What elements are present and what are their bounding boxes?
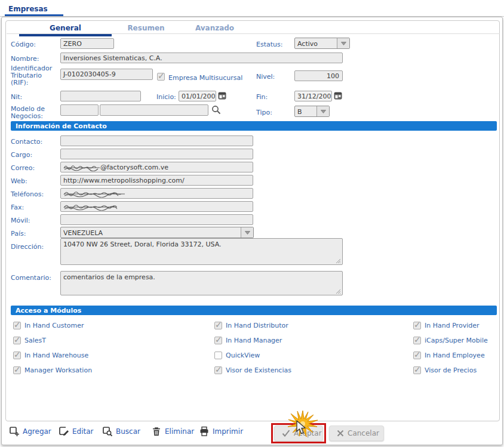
tipo-label: Tipo: (256, 109, 272, 116)
rif-label-line3: (RIF): (11, 79, 29, 87)
codigo-field[interactable]: ZERO (60, 38, 114, 49)
chevron-down-icon[interactable] (316, 106, 329, 116)
agregar-label: Agregar (23, 427, 51, 436)
cancelar-button[interactable]: Cancelar (329, 426, 384, 441)
module-checkbox[interactable] (13, 337, 21, 344)
empresas-window: Empresas General Resumen Avanzado Código… (0, 0, 504, 447)
search-icon[interactable] (211, 105, 221, 115)
direccion-label: Dirección: (11, 243, 44, 251)
module-label: SalesT (24, 337, 46, 344)
comentario-text: comentarios de la empresa. (63, 273, 155, 281)
redacted-phone (63, 190, 126, 198)
estatus-value: Activo (295, 38, 337, 48)
module-item: In Hand Employee (413, 349, 497, 364)
trash-icon (151, 426, 162, 437)
calendar-icon[interactable] (218, 91, 226, 100)
nivel-field[interactable]: 100 (294, 70, 343, 81)
module-checkbox[interactable] (413, 337, 421, 344)
module-checkbox[interactable] (214, 352, 222, 359)
editar-button[interactable]: Editar (59, 426, 94, 437)
module-checkbox[interactable] (413, 366, 421, 374)
imprimir-label: Imprimir (213, 427, 243, 436)
resize-grip-icon[interactable] (336, 258, 341, 263)
module-checkbox[interactable] (214, 337, 222, 344)
cargo-field[interactable] (60, 149, 253, 159)
telefonos-label: Teléfonos: (11, 190, 44, 198)
tipo-value: B (295, 106, 316, 116)
movil-label: Móvil: (11, 217, 30, 224)
comentario-textarea[interactable]: comentarios de la empresa. (60, 271, 343, 295)
cargo-label: Cargo: (11, 151, 32, 159)
module-item: Manager Worksation (13, 364, 214, 379)
module-label: Visor de Precios (425, 366, 477, 374)
module-item: In Hand Manager (214, 334, 413, 349)
modelo-code-field[interactable] (60, 104, 99, 116)
module-label: iCaps/Super Mobile (425, 337, 488, 344)
agregar-button[interactable]: Agregar (9, 426, 51, 437)
fin-label: Fin: (256, 93, 268, 101)
direccion-textarea[interactable]: 10470 NW 26 Street, Doral, Florida 33172… (60, 238, 343, 265)
inicio-date-field[interactable]: 01/01/200 (179, 91, 216, 101)
chevron-down-icon[interactable] (337, 38, 349, 48)
module-item: In Hand Warehouse (13, 349, 214, 364)
buscar-label: Buscar (116, 427, 140, 436)
edit-icon (59, 426, 69, 437)
find-icon (102, 426, 113, 437)
module-checkbox[interactable] (413, 352, 421, 359)
add-record-icon (9, 426, 20, 437)
codigo-label: Código: (11, 41, 36, 48)
module-label: In Hand Warehouse (24, 352, 88, 359)
module-checkbox[interactable] (214, 322, 222, 329)
printer-icon (199, 426, 210, 437)
buscar-button[interactable]: Buscar (102, 426, 140, 437)
resize-grip-icon[interactable] (336, 288, 341, 294)
module-checkbox[interactable] (13, 322, 21, 329)
module-item: In Hand Distributor (214, 319, 413, 334)
module-checkbox[interactable] (13, 352, 21, 359)
module-checkbox[interactable] (214, 366, 222, 374)
contacto-field[interactable] (60, 135, 253, 146)
multisucursal-checkbox[interactable] (157, 73, 165, 81)
module-checkbox[interactable] (413, 322, 421, 329)
general-tab-panel: General Resumen Avanzado Código: ZERO Es… (5, 20, 500, 421)
tipo-dropdown[interactable]: B (294, 106, 330, 117)
multisucursal-label: Empresa Multisucursal (168, 74, 242, 82)
contacto-label: Contacto: (11, 138, 42, 146)
pais-value: VENEZUELA (61, 227, 241, 238)
nombre-field[interactable]: Inversiones Sistematicas, C.A. (60, 53, 343, 63)
chevron-down-icon[interactable] (241, 227, 253, 238)
fax-label: Fax: (11, 204, 24, 211)
telefonos-field[interactable] (60, 188, 253, 199)
module-item: iCaps/Super Mobile (413, 334, 497, 349)
eliminar-button[interactable]: Eliminar (151, 426, 194, 437)
tab-resumen[interactable]: Resumen (112, 21, 180, 36)
calendar-icon[interactable] (334, 91, 342, 100)
module-label: In Hand Customer (24, 322, 84, 329)
tab-avanzado[interactable]: Avanzado (180, 21, 249, 36)
redacted-email-prefix (63, 164, 100, 171)
fax-field[interactable] (60, 201, 253, 212)
correo-label: Correo: (11, 164, 35, 172)
web-field[interactable]: http://www.metropolisshopping.com/ (60, 175, 253, 186)
module-label: Manager Worksation (24, 366, 92, 374)
tab-general[interactable]: General (19, 21, 112, 36)
rif-field[interactable]: J-0102030405-9 (60, 69, 153, 80)
modulos-section-header: Acceso a Módulos (11, 306, 497, 315)
fin-date-field[interactable]: 31/12/200 (294, 91, 332, 101)
movil-field[interactable] (60, 214, 253, 225)
nit-field[interactable] (60, 91, 141, 101)
modelo-desc-field[interactable] (100, 104, 208, 116)
correo-field[interactable]: @factorysoft.com.ve (60, 162, 253, 172)
contacto-section-header: Información de Contacto (11, 121, 497, 131)
direccion-text: 10470 NW 26 Street, Doral, Florida 33172… (63, 241, 221, 248)
main-tab-empresas[interactable]: Empresas (8, 5, 48, 13)
imprimir-button[interactable]: Imprimir (199, 426, 243, 437)
pais-dropdown[interactable]: VENEZUELA (60, 227, 254, 238)
module-item: Visor de Existencias (214, 364, 413, 379)
estatus-dropdown[interactable]: Activo (294, 38, 350, 49)
module-checkbox[interactable] (13, 366, 21, 374)
module-label: In Hand Manager (226, 337, 282, 344)
module-label: In Hand Employee (425, 352, 485, 359)
redacted-fax (63, 204, 118, 211)
module-item: Visor de Precios (413, 364, 497, 379)
